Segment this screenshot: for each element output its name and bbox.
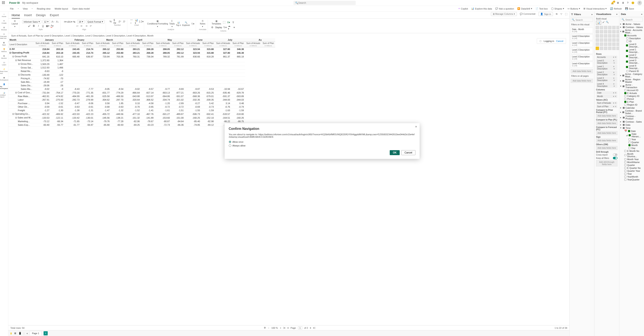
cell[interactable]: 1,364 bbox=[50, 58, 64, 62]
cell[interactable]: -0.73 bbox=[201, 105, 215, 109]
cell[interactable]: -502.41 bbox=[201, 112, 215, 116]
cell[interactable]: -18.49 bbox=[34, 80, 50, 84]
cell[interactable]: -564.86 bbox=[155, 94, 171, 98]
global-search-input[interactable]: 🔍 Search bbox=[294, 1, 356, 5]
explorer-button[interactable]: 🔍Explorer bbox=[182, 21, 190, 26]
cell[interactable]: -55.77 bbox=[50, 123, 64, 127]
row-header[interactable]: Pricing A... bbox=[8, 77, 34, 80]
rail-home[interactable]: ⌂Home bbox=[2, 13, 6, 18]
cell[interactable]: -69.12 bbox=[201, 123, 215, 127]
cell[interactable]: -151.32 bbox=[125, 116, 141, 120]
filters-add-well[interactable]: Add data fields here bbox=[571, 69, 593, 73]
cell[interactable] bbox=[185, 73, 201, 77]
page-first-button[interactable]: |◂ bbox=[283, 326, 285, 329]
cell[interactable]: -130.49 bbox=[34, 73, 50, 77]
topn-button[interactable]: 📊Top n bbox=[176, 21, 181, 26]
display-settings-icon[interactable]: ⚙ bbox=[211, 26, 214, 29]
viz-type-icon[interactable] bbox=[608, 38, 612, 42]
cell[interactable]: -0.61 bbox=[81, 105, 94, 109]
cell[interactable]: -583.89 bbox=[231, 94, 245, 98]
viz-type-icon[interactable] bbox=[596, 47, 599, 50]
cell[interactable]: 703.36 bbox=[111, 55, 124, 58]
data-tree-row[interactable]: ΣQuarter No bbox=[619, 166, 644, 170]
field-checkbox[interactable] bbox=[628, 130, 630, 132]
cell[interactable]: -138.21 bbox=[111, 116, 124, 120]
align-left-icon[interactable]: ≡▾ bbox=[64, 20, 67, 24]
cell[interactable]: -903.26 bbox=[185, 91, 201, 94]
cell[interactable]: -66.34 bbox=[50, 120, 64, 123]
cell[interactable]: -122 bbox=[50, 73, 64, 77]
cell[interactable]: -10.94 bbox=[215, 87, 232, 91]
totals-button[interactable]: ΣTotals▾ bbox=[169, 20, 175, 28]
cell[interactable] bbox=[231, 77, 245, 80]
cell[interactable]: -866.64 bbox=[125, 91, 141, 94]
cell[interactable]: -731.64 bbox=[34, 91, 50, 94]
reset-icon[interactable]: ↻▾ bbox=[224, 26, 227, 29]
rail-onelake[interactable]: ◎OneLake data hub bbox=[0, 33, 8, 39]
pivot-grid[interactable]: MonthJanuaryFebruaryMarchAprilMayJuneJul… bbox=[8, 38, 569, 325]
cell[interactable] bbox=[171, 84, 185, 87]
radio-always-allow-input[interactable] bbox=[229, 144, 231, 147]
filters-add-well-2[interactable]: Add data fields here bbox=[571, 79, 593, 83]
cell[interactable]: -56.87 bbox=[81, 123, 94, 127]
cell[interactable]: -9.02 bbox=[34, 87, 50, 91]
data-tree-row[interactable]: Level 4 Descript... bbox=[619, 64, 644, 70]
cell[interactable]: -66.36 bbox=[171, 123, 185, 127]
cell[interactable]: -1.63 bbox=[215, 109, 232, 112]
row-header[interactable]: Sales Dis... bbox=[8, 84, 34, 87]
data-tree-row[interactable]: Day bbox=[619, 147, 644, 150]
add-page-button[interactable]: + bbox=[44, 331, 48, 336]
format-visual-tab[interactable]: 🖌 bbox=[602, 21, 604, 25]
cell[interactable] bbox=[231, 84, 245, 87]
cell[interactable] bbox=[125, 58, 141, 62]
page-next-button[interactable]: ▸ bbox=[310, 326, 311, 329]
cell[interactable]: -9.57 bbox=[141, 87, 155, 91]
viz-type-icon[interactable] bbox=[604, 47, 607, 50]
cell[interactable]: -506.73 bbox=[185, 112, 201, 116]
cell[interactable]: -321.02 bbox=[171, 98, 185, 102]
cell[interactable]: 0.10 bbox=[125, 102, 141, 105]
cell[interactable] bbox=[94, 70, 111, 73]
cell[interactable]: -79.76 bbox=[94, 120, 111, 123]
data-tree-row[interactable]: Level 2 Descript... bbox=[619, 54, 644, 59]
cell[interactable] bbox=[171, 73, 185, 77]
data-tree-row[interactable]: ▸▦Acme - Values bbox=[619, 22, 644, 26]
row-header[interactable]: Marketing... bbox=[8, 120, 34, 123]
cell[interactable] bbox=[125, 62, 141, 66]
cell[interactable]: 292.12 bbox=[171, 51, 185, 55]
cell[interactable]: -568.36 bbox=[185, 94, 201, 98]
viz-type-icon[interactable] bbox=[604, 30, 607, 34]
cell[interactable]: -1.52 bbox=[125, 109, 141, 112]
cell[interactable] bbox=[201, 80, 215, 84]
viz-type-icon[interactable] bbox=[604, 34, 607, 38]
cell[interactable]: -151.00 bbox=[171, 116, 185, 120]
drill-well[interactable]: Add drill-through fields here bbox=[596, 160, 618, 166]
cell[interactable]: -489.87 bbox=[171, 112, 185, 116]
cell[interactable]: 346.38 bbox=[231, 51, 245, 55]
data-tree-row[interactable]: Parent ID bbox=[619, 70, 644, 72]
cell[interactable]: -9.02 bbox=[125, 87, 141, 91]
page-tab-1[interactable]: Page 1 bbox=[30, 331, 42, 336]
row-header[interactable]: Purchase ... bbox=[8, 102, 34, 105]
cell[interactable]: -1.31 bbox=[81, 109, 94, 112]
wrap-text-icon[interactable]: ↵ bbox=[89, 24, 92, 28]
cell[interactable]: 268.28 bbox=[141, 51, 155, 55]
viz-type-icon[interactable] bbox=[600, 34, 603, 38]
cell[interactable] bbox=[111, 62, 124, 66]
cell[interactable]: -160.25 bbox=[185, 116, 201, 120]
cell[interactable]: -282.73 bbox=[64, 98, 81, 102]
cell[interactable]: 736.04 bbox=[141, 55, 155, 58]
field-checkbox[interactable] bbox=[626, 40, 628, 42]
zoom-out-button[interactable]: − bbox=[268, 327, 269, 329]
cell[interactable] bbox=[171, 58, 185, 62]
data-tree-row[interactable]: Region ID bbox=[619, 103, 644, 106]
viz-type-icon[interactable] bbox=[604, 26, 607, 29]
cell[interactable]: 636.97 bbox=[81, 55, 94, 58]
row-header[interactable]: ⊟ Cost of Goo... bbox=[8, 91, 34, 94]
text-direction-icon[interactable]: abc▾ bbox=[68, 20, 71, 24]
cell[interactable]: -122.11 bbox=[50, 116, 64, 120]
row-header[interactable]: ⊟ Gross Profit bbox=[8, 55, 34, 58]
cell[interactable]: -462.81 bbox=[34, 94, 50, 98]
cell[interactable] bbox=[94, 73, 111, 77]
cell[interactable]: -9.06 bbox=[81, 102, 94, 105]
